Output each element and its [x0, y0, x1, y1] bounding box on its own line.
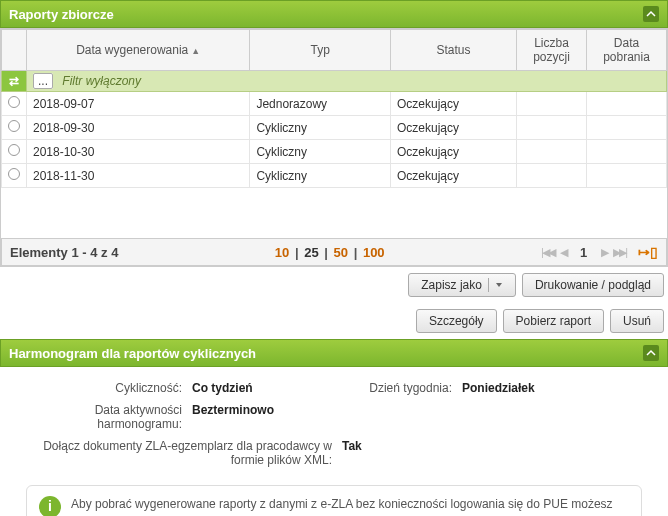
cell-downloaded — [587, 140, 667, 164]
dow-label: Dzień tygodnia: — [342, 381, 462, 395]
row-radio[interactable] — [8, 168, 20, 180]
dow-value: Poniedziałek — [462, 381, 656, 395]
cell-downloaded — [587, 164, 667, 188]
filter-status-label: Filtr wyłączony — [62, 74, 141, 88]
filter-toggle-button[interactable]: ⇄ — [2, 71, 27, 92]
page-size-10[interactable]: 10 — [275, 245, 289, 260]
active-value: Bezterminowo — [192, 403, 342, 417]
col-select — [2, 30, 27, 71]
info-icon: i — [39, 496, 61, 516]
pager-next[interactable]: ▶ — [601, 246, 607, 259]
cell-downloaded — [587, 92, 667, 116]
zla-label: Dołącz dokumenty ZLA-egzemplarz dla prac… — [12, 439, 342, 467]
pager-first[interactable]: |◀◀ — [541, 246, 554, 259]
cell-status: Oczekujący — [390, 116, 516, 140]
filter-icon: ⇄ — [9, 74, 19, 88]
cell-count — [517, 92, 587, 116]
panel-title: Raporty zbiorcze — [9, 7, 114, 22]
cell-status: Oczekujący — [390, 164, 516, 188]
collapse-button[interactable] — [643, 6, 659, 22]
page-size-25[interactable]: 25 — [304, 245, 318, 260]
pager-bar: Elementy 1 - 4 z 4 10 | 25 | 50 | 100 |◀… — [1, 238, 667, 266]
table-row[interactable]: 2018-11-30 Cykliczny Oczekujący — [2, 164, 667, 188]
cell-date: 2018-10-30 — [27, 140, 250, 164]
active-label: Data aktywności harmonogramu: — [12, 403, 192, 431]
col-type[interactable]: Typ — [250, 30, 391, 71]
cell-count — [517, 164, 587, 188]
info-box: i Aby pobrać wygenerowane raporty z dany… — [26, 485, 642, 516]
save-as-label: Zapisz jako — [421, 278, 482, 292]
sort-asc-icon: ▲ — [191, 46, 200, 56]
cell-type: Cykliczny — [250, 164, 391, 188]
zla-value: Tak — [342, 439, 462, 453]
cell-status: Oczekujący — [390, 92, 516, 116]
col-downloaded[interactable]: Data pobrania — [587, 30, 667, 71]
filter-open-button[interactable]: ... — [33, 73, 53, 89]
dropdown-icon — [488, 278, 503, 292]
details-button[interactable]: Szczegóły — [416, 309, 497, 333]
table-row[interactable]: 2018-09-30 Cykliczny Oczekujący — [2, 116, 667, 140]
col-date[interactable]: Data wygenerowania▲ — [27, 30, 250, 71]
cell-downloaded — [587, 116, 667, 140]
pager-export-button[interactable]: ↦▯ — [638, 244, 658, 260]
cell-count — [517, 116, 587, 140]
cell-date: 2018-09-07 — [27, 92, 250, 116]
pager-current: 1 — [572, 245, 595, 260]
cell-count — [517, 140, 587, 164]
action-row-1: Zapisz jako Drukowanie / podgląd — [0, 267, 668, 303]
schedule-details: Cykliczność: Co tydzień Dzień tygodnia: … — [0, 367, 668, 516]
reports-table-wrap: Data wygenerowania▲ Typ Status Liczba po… — [0, 28, 668, 267]
col-status[interactable]: Status — [390, 30, 516, 71]
delete-button[interactable]: Usuń — [610, 309, 664, 333]
row-radio[interactable] — [8, 96, 20, 108]
panel-header-schedule: Harmonogram dla raportów cyklicznych — [0, 339, 668, 367]
col-count[interactable]: Liczba pozycji — [517, 30, 587, 71]
chevron-up-icon — [646, 9, 656, 19]
collapse-button[interactable] — [643, 345, 659, 361]
cell-date: 2018-09-30 — [27, 116, 250, 140]
print-preview-button[interactable]: Drukowanie / podgląd — [522, 273, 664, 297]
row-radio[interactable] — [8, 144, 20, 156]
cell-type: Cykliczny — [250, 116, 391, 140]
table-row[interactable]: 2018-10-30 Cykliczny Oczekujący — [2, 140, 667, 164]
cell-type: Cykliczny — [250, 140, 391, 164]
pager-prev[interactable]: ◀ — [560, 246, 566, 259]
row-radio[interactable] — [8, 120, 20, 132]
page-size-50[interactable]: 50 — [334, 245, 348, 260]
cell-date: 2018-11-30 — [27, 164, 250, 188]
reports-table: Data wygenerowania▲ Typ Status Liczba po… — [1, 29, 667, 238]
action-row-2: Szczegóły Pobierz raport Usuń — [0, 303, 668, 339]
cell-status: Oczekujący — [390, 140, 516, 164]
download-report-button[interactable]: Pobierz raport — [503, 309, 604, 333]
panel-header-reports: Raporty zbiorcze — [0, 0, 668, 28]
pager-nav: |◀◀ ◀ 1 ▶ ▶▶| ↦▯ — [541, 244, 658, 260]
freq-label: Cykliczność: — [12, 381, 192, 395]
chevron-up-icon — [646, 348, 656, 358]
page-size-100[interactable]: 100 — [363, 245, 385, 260]
save-as-button[interactable]: Zapisz jako — [408, 273, 516, 297]
table-row[interactable]: 2018-09-07 Jednorazowy Oczekujący — [2, 92, 667, 116]
panel-title: Harmonogram dla raportów cyklicznych — [9, 346, 256, 361]
filter-row: ⇄ ... Filtr wyłączony — [2, 71, 667, 92]
page-size-selector: 10 | 25 | 50 | 100 — [275, 245, 385, 260]
pager-summary: Elementy 1 - 4 z 4 — [10, 245, 118, 260]
filter-cell[interactable]: ... Filtr wyłączony — [27, 71, 667, 92]
freq-value: Co tydzień — [192, 381, 342, 395]
pager-last[interactable]: ▶▶| — [613, 246, 626, 259]
cell-type: Jednorazowy — [250, 92, 391, 116]
